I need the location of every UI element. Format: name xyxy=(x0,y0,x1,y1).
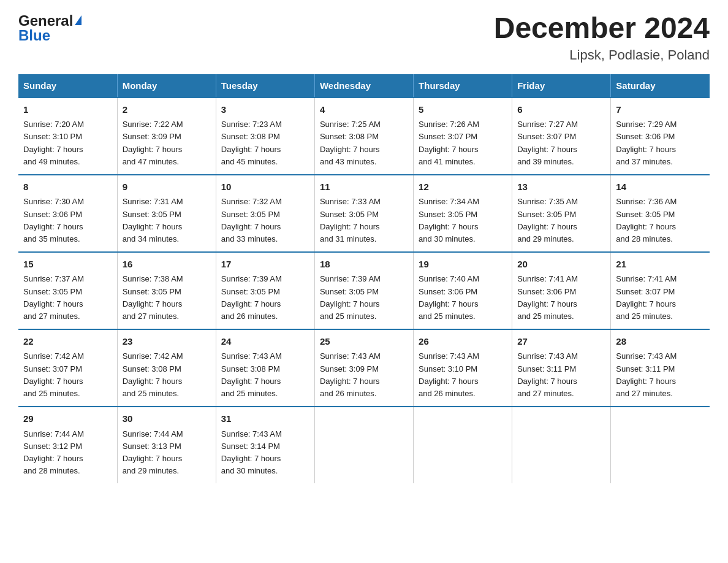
calendar-cell: 14Sunrise: 7:36 AM Sunset: 3:05 PM Dayli… xyxy=(611,175,710,252)
day-number: 29 xyxy=(23,412,112,426)
day-number: 8 xyxy=(23,180,112,194)
week-row-3: 15Sunrise: 7:37 AM Sunset: 3:05 PM Dayli… xyxy=(18,252,710,329)
day-number: 4 xyxy=(320,103,408,117)
day-number: 30 xyxy=(123,412,211,426)
day-info: Sunrise: 7:23 AM Sunset: 3:08 PM Dayligh… xyxy=(221,118,309,168)
day-number: 31 xyxy=(221,412,309,426)
calendar-cell: 9Sunrise: 7:31 AM Sunset: 3:05 PM Daylig… xyxy=(117,175,216,252)
page-title: December 2024 xyxy=(494,12,710,45)
day-info: Sunrise: 7:38 AM Sunset: 3:05 PM Dayligh… xyxy=(123,273,211,323)
column-header-tuesday: Tuesday xyxy=(216,74,314,98)
day-number: 22 xyxy=(23,335,112,349)
day-number: 27 xyxy=(517,335,605,349)
week-row-1: 1Sunrise: 7:20 AM Sunset: 3:10 PM Daylig… xyxy=(18,98,710,175)
day-info: Sunrise: 7:41 AM Sunset: 3:06 PM Dayligh… xyxy=(517,273,605,323)
column-header-wednesday: Wednesday xyxy=(314,74,413,98)
calendar-cell: 23Sunrise: 7:42 AM Sunset: 3:08 PM Dayli… xyxy=(117,329,216,407)
calendar-cell: 25Sunrise: 7:43 AM Sunset: 3:09 PM Dayli… xyxy=(314,329,413,407)
column-header-friday: Friday xyxy=(512,74,611,98)
calendar-cell xyxy=(512,407,611,483)
day-number: 21 xyxy=(616,258,705,272)
calendar-cell: 10Sunrise: 7:32 AM Sunset: 3:05 PM Dayli… xyxy=(216,175,314,252)
logo: General Blue xyxy=(18,12,82,44)
calendar-cell: 21Sunrise: 7:41 AM Sunset: 3:07 PM Dayli… xyxy=(611,252,710,329)
day-info: Sunrise: 7:22 AM Sunset: 3:09 PM Dayligh… xyxy=(123,118,211,168)
day-number: 28 xyxy=(616,335,705,349)
calendar-cell xyxy=(314,407,413,483)
week-row-4: 22Sunrise: 7:42 AM Sunset: 3:07 PM Dayli… xyxy=(18,329,710,407)
day-number: 25 xyxy=(320,335,408,349)
day-number: 7 xyxy=(616,103,705,117)
day-info: Sunrise: 7:43 AM Sunset: 3:11 PM Dayligh… xyxy=(616,350,705,400)
calendar-cell: 22Sunrise: 7:42 AM Sunset: 3:07 PM Dayli… xyxy=(18,329,117,407)
calendar-cell: 1Sunrise: 7:20 AM Sunset: 3:10 PM Daylig… xyxy=(18,98,117,175)
day-number: 20 xyxy=(517,258,605,272)
day-info: Sunrise: 7:30 AM Sunset: 3:06 PM Dayligh… xyxy=(23,196,112,245)
calendar-cell: 29Sunrise: 7:44 AM Sunset: 3:12 PM Dayli… xyxy=(18,407,117,483)
day-number: 16 xyxy=(123,258,211,272)
day-number: 23 xyxy=(123,335,211,349)
calendar-cell: 3Sunrise: 7:23 AM Sunset: 3:08 PM Daylig… xyxy=(216,98,314,175)
day-info: Sunrise: 7:31 AM Sunset: 3:05 PM Dayligh… xyxy=(123,196,211,245)
day-info: Sunrise: 7:29 AM Sunset: 3:06 PM Dayligh… xyxy=(616,118,705,168)
calendar-cell: 27Sunrise: 7:43 AM Sunset: 3:11 PM Dayli… xyxy=(512,329,611,407)
calendar-cell xyxy=(414,407,512,483)
calendar-table: SundayMondayTuesdayWednesdayThursdayFrid… xyxy=(18,74,710,483)
day-info: Sunrise: 7:44 AM Sunset: 3:13 PM Dayligh… xyxy=(123,428,211,478)
page-header: General Blue December 2024 Lipsk, Podlas… xyxy=(18,12,710,63)
calendar-cell: 31Sunrise: 7:43 AM Sunset: 3:14 PM Dayli… xyxy=(216,407,314,483)
day-info: Sunrise: 7:42 AM Sunset: 3:08 PM Dayligh… xyxy=(123,350,211,400)
calendar-cell: 12Sunrise: 7:34 AM Sunset: 3:05 PM Dayli… xyxy=(414,175,512,252)
day-info: Sunrise: 7:27 AM Sunset: 3:07 PM Dayligh… xyxy=(517,118,605,168)
calendar-cell: 2Sunrise: 7:22 AM Sunset: 3:09 PM Daylig… xyxy=(117,98,216,175)
calendar-cell: 8Sunrise: 7:30 AM Sunset: 3:06 PM Daylig… xyxy=(18,175,117,252)
day-info: Sunrise: 7:20 AM Sunset: 3:10 PM Dayligh… xyxy=(23,118,112,168)
day-info: Sunrise: 7:32 AM Sunset: 3:05 PM Dayligh… xyxy=(221,196,309,245)
calendar-cell: 17Sunrise: 7:39 AM Sunset: 3:05 PM Dayli… xyxy=(216,252,314,329)
day-info: Sunrise: 7:35 AM Sunset: 3:05 PM Dayligh… xyxy=(517,196,605,245)
calendar-header-row: SundayMondayTuesdayWednesdayThursdayFrid… xyxy=(18,74,710,98)
calendar-cell xyxy=(611,407,710,483)
day-number: 13 xyxy=(517,180,605,194)
day-number: 19 xyxy=(419,258,507,272)
day-number: 15 xyxy=(23,258,112,272)
calendar-cell: 5Sunrise: 7:26 AM Sunset: 3:07 PM Daylig… xyxy=(414,98,512,175)
calendar-cell: 26Sunrise: 7:43 AM Sunset: 3:10 PM Dayli… xyxy=(414,329,512,407)
logo-blue-text: Blue xyxy=(18,27,50,44)
calendar-cell: 24Sunrise: 7:43 AM Sunset: 3:08 PM Dayli… xyxy=(216,329,314,407)
day-info: Sunrise: 7:26 AM Sunset: 3:07 PM Dayligh… xyxy=(419,118,507,168)
day-number: 11 xyxy=(320,180,408,194)
calendar-cell: 11Sunrise: 7:33 AM Sunset: 3:05 PM Dayli… xyxy=(314,175,413,252)
calendar-cell: 28Sunrise: 7:43 AM Sunset: 3:11 PM Dayli… xyxy=(611,329,710,407)
day-number: 3 xyxy=(221,103,309,117)
day-number: 26 xyxy=(419,335,507,349)
page-subtitle: Lipsk, Podlasie, Poland xyxy=(494,47,710,63)
day-info: Sunrise: 7:37 AM Sunset: 3:05 PM Dayligh… xyxy=(23,273,112,323)
calendar-cell: 20Sunrise: 7:41 AM Sunset: 3:06 PM Dayli… xyxy=(512,252,611,329)
day-info: Sunrise: 7:41 AM Sunset: 3:07 PM Dayligh… xyxy=(616,273,705,323)
day-info: Sunrise: 7:34 AM Sunset: 3:05 PM Dayligh… xyxy=(419,196,507,245)
day-number: 5 xyxy=(419,103,507,117)
week-row-5: 29Sunrise: 7:44 AM Sunset: 3:12 PM Dayli… xyxy=(18,407,710,483)
column-header-sunday: Sunday xyxy=(18,74,117,98)
column-header-saturday: Saturday xyxy=(611,74,710,98)
title-block: December 2024 Lipsk, Podlasie, Poland xyxy=(494,12,710,63)
day-info: Sunrise: 7:40 AM Sunset: 3:06 PM Dayligh… xyxy=(419,273,507,323)
day-info: Sunrise: 7:25 AM Sunset: 3:08 PM Dayligh… xyxy=(320,118,408,168)
calendar-cell: 19Sunrise: 7:40 AM Sunset: 3:06 PM Dayli… xyxy=(414,252,512,329)
day-number: 6 xyxy=(517,103,605,117)
calendar-cell: 13Sunrise: 7:35 AM Sunset: 3:05 PM Dayli… xyxy=(512,175,611,252)
day-info: Sunrise: 7:43 AM Sunset: 3:10 PM Dayligh… xyxy=(419,350,507,400)
calendar-cell: 30Sunrise: 7:44 AM Sunset: 3:13 PM Dayli… xyxy=(117,407,216,483)
week-row-2: 8Sunrise: 7:30 AM Sunset: 3:06 PM Daylig… xyxy=(18,175,710,252)
calendar-cell: 18Sunrise: 7:39 AM Sunset: 3:05 PM Dayli… xyxy=(314,252,413,329)
calendar-cell: 7Sunrise: 7:29 AM Sunset: 3:06 PM Daylig… xyxy=(611,98,710,175)
logo-triangle-icon xyxy=(75,15,82,25)
day-number: 17 xyxy=(221,258,309,272)
day-info: Sunrise: 7:42 AM Sunset: 3:07 PM Dayligh… xyxy=(23,350,112,400)
day-info: Sunrise: 7:43 AM Sunset: 3:09 PM Dayligh… xyxy=(320,350,408,400)
calendar-cell: 4Sunrise: 7:25 AM Sunset: 3:08 PM Daylig… xyxy=(314,98,413,175)
day-info: Sunrise: 7:33 AM Sunset: 3:05 PM Dayligh… xyxy=(320,196,408,245)
calendar-cell: 6Sunrise: 7:27 AM Sunset: 3:07 PM Daylig… xyxy=(512,98,611,175)
day-number: 1 xyxy=(23,103,112,117)
